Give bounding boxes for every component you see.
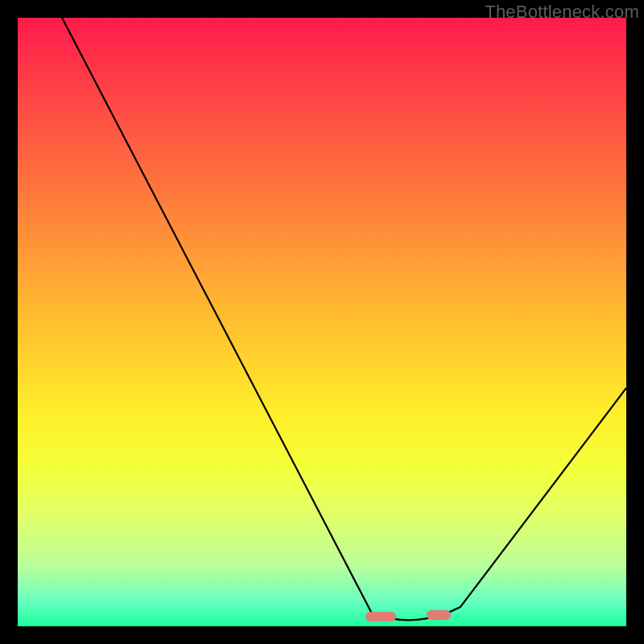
- chart-container: TheBottleneck.com: [0, 0, 644, 644]
- optimal-range-marker-left: [365, 612, 396, 621]
- bottleneck-curve: [18, 18, 626, 626]
- curve-path: [62, 18, 626, 620]
- optimal-range-marker-right: [427, 610, 451, 620]
- watermark-text: TheBottleneck.com: [485, 2, 639, 23]
